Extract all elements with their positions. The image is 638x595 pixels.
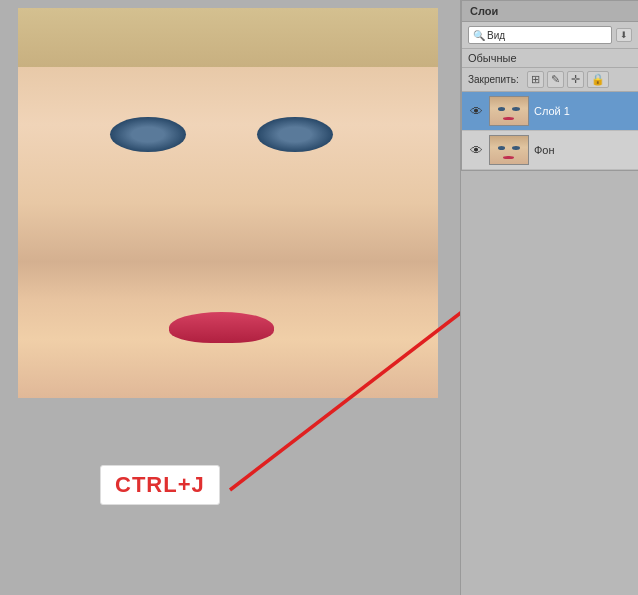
search-text: Вид: [487, 30, 505, 41]
panel-title: Слои: [470, 5, 498, 17]
layer-visibility-bg[interactable]: 👁: [468, 142, 484, 158]
thumb-face-1: [490, 97, 528, 125]
dropdown-arrow[interactable]: ⬇: [616, 28, 632, 42]
layer-name-1: Слой 1: [534, 105, 632, 117]
photo-face: [18, 8, 438, 398]
layer-thumbnail-bg: [489, 135, 529, 165]
thumb-eye-right-1: [512, 107, 520, 111]
lock-all-icon[interactable]: 🔒: [587, 71, 609, 88]
lock-move-icon[interactable]: ✛: [567, 71, 584, 88]
layer-thumbnail-1: [489, 96, 529, 126]
blend-mode-row[interactable]: Обычные: [462, 49, 638, 68]
panels-area: Слои 🔍 Вид ⬇ Обычные Закрепить: ⊞ ✎ ✛ 🔒: [460, 0, 638, 595]
panel-header: Слои: [462, 1, 638, 22]
thumb-face-bg: [490, 136, 528, 164]
layer-item-background[interactable]: 👁 Фон: [462, 131, 638, 170]
photo-container: [18, 8, 438, 398]
thumb-eye-left-1: [498, 107, 506, 111]
search-icon: 🔍: [473, 30, 485, 41]
eye-left: [110, 117, 186, 152]
lips: [169, 312, 274, 343]
lock-pixels-icon[interactable]: ⊞: [527, 71, 544, 88]
lock-icons: ⊞ ✎ ✛ 🔒: [527, 71, 609, 88]
canvas-area: [0, 0, 460, 595]
layer-item-1[interactable]: 👁 Слой 1: [462, 92, 638, 131]
thumb-lips-bg: [503, 156, 514, 159]
lock-paint-icon[interactable]: ✎: [547, 71, 564, 88]
thumb-eye-right-bg: [512, 146, 520, 150]
thumb-eye-left-bg: [498, 146, 506, 150]
search-row: 🔍 Вид ⬇: [462, 22, 638, 49]
lock-label: Закрепить:: [468, 74, 519, 85]
blend-mode-value: Обычные: [468, 52, 517, 64]
thumb-lips-1: [503, 117, 514, 120]
layers-panel: Слои 🔍 Вид ⬇ Обычные Закрепить: ⊞ ✎ ✛ 🔒: [461, 0, 638, 171]
search-box[interactable]: 🔍 Вид: [468, 26, 612, 44]
hair: [18, 8, 438, 67]
shortcut-label: CTRL+J: [100, 465, 220, 505]
layer-name-bg: Фон: [534, 144, 632, 156]
layer-visibility-1[interactable]: 👁: [468, 103, 484, 119]
eye-right: [257, 117, 333, 152]
lock-row: Закрепить: ⊞ ✎ ✛ 🔒: [462, 68, 638, 92]
